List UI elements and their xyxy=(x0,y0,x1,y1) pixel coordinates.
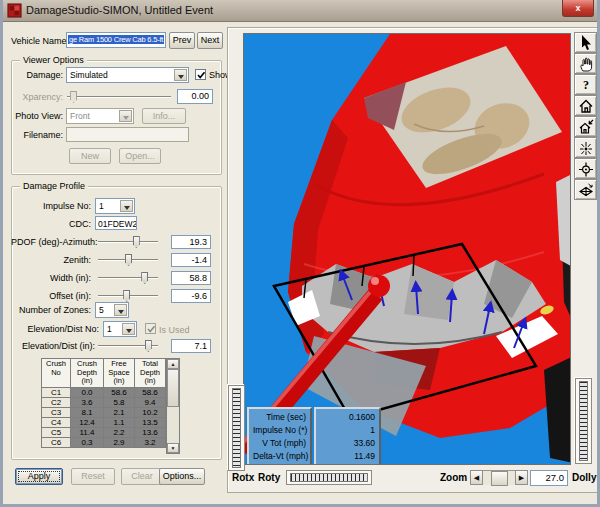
close-button[interactable]: x xyxy=(562,0,594,17)
xparency-slider xyxy=(67,91,171,103)
options-button[interactable]: Options... xyxy=(159,468,205,485)
crush-cell[interactable]: 58.6 xyxy=(104,387,135,397)
set-home-view-button[interactable] xyxy=(574,116,597,137)
dp-slider-1-track[interactable] xyxy=(98,254,158,266)
check-icon xyxy=(146,324,157,335)
dolly-label: Dolly xyxy=(572,472,596,483)
crush-row: C511.42.213.6 xyxy=(42,427,166,437)
elevation-slider-track[interactable] xyxy=(98,340,158,352)
show-checkbox[interactable] xyxy=(195,69,206,80)
sim-info-value: 11.49 xyxy=(316,450,379,463)
damage-combo-arrow-icon[interactable] xyxy=(174,69,187,81)
crush-cell[interactable]: 13.5 xyxy=(135,417,166,427)
crush-cell[interactable]: 3.2 xyxy=(135,437,166,447)
crush-header: Crush No xyxy=(42,359,71,388)
dp-slider-3-track[interactable] xyxy=(98,290,158,302)
elev-no-combo-arrow-icon[interactable] xyxy=(122,323,135,335)
crush-header: Total Depth (in) xyxy=(135,359,166,388)
impulse-no-combo-arrow-icon[interactable] xyxy=(120,200,133,212)
light-options-button[interactable] xyxy=(574,137,597,158)
view-mode-button[interactable] xyxy=(574,179,597,200)
vehicle-name-value: ge Ram 1500 Crew Cab 6.5-ft xyxy=(68,35,164,44)
sim-info-value: 0.1600 xyxy=(316,411,379,424)
elevation-slider-label: Elevation/Dist (in): xyxy=(11,341,95,351)
crush-row-header: C1 xyxy=(42,387,71,397)
titlebar: DamageStudio-SIMON, Untitled Event x xyxy=(0,0,600,22)
sim-info-label: Delta-Vt (mph) xyxy=(249,450,310,463)
dolly-slider[interactable] xyxy=(575,378,592,464)
zones-combo-arrow-icon[interactable] xyxy=(114,304,127,316)
crush-cell[interactable]: 9.4 xyxy=(135,397,166,407)
zoom-in-arrow-icon[interactable]: ▶ xyxy=(515,470,528,485)
viewer-frame: Time (sec)Impulse No (*)V Tot (mph)Delta… xyxy=(227,27,600,493)
damage-combo[interactable]: Simulated xyxy=(66,67,189,83)
damage-profile-title: Damage Profile xyxy=(20,181,88,191)
crush-table: Crush NoCrush Depth (in)Free Space (in)T… xyxy=(41,358,166,448)
crush-cell[interactable]: 1.1 xyxy=(104,417,135,427)
scroll-down-icon[interactable]: ▼ xyxy=(167,443,179,453)
impulse-no-combo[interactable]: 1 xyxy=(95,198,135,214)
roty-slider[interactable] xyxy=(286,470,372,485)
crush-table-scrollbar[interactable]: ▲ ▼ xyxy=(166,358,180,454)
crush-cell[interactable]: 13.6 xyxy=(135,427,166,437)
zoom-scrollbar[interactable] xyxy=(483,470,515,485)
crush-row-header: C4 xyxy=(42,417,71,427)
dp-slider-0-track[interactable] xyxy=(98,236,158,248)
elevation-slider: Elevation/Dist (in):7.1 xyxy=(11,340,217,354)
rotx-slider[interactable] xyxy=(228,385,245,471)
open-button: Open... xyxy=(119,148,161,164)
next-button[interactable]: Next xyxy=(197,32,223,49)
dp-slider-1-thumb[interactable] xyxy=(125,254,132,266)
photo-view-combo: Front xyxy=(66,108,134,124)
sim-info-values-panel: 0.1600133.6011.49 xyxy=(314,407,381,465)
crush-cell[interactable]: 58.6 xyxy=(135,387,166,397)
crush-cell[interactable]: 3.6 xyxy=(71,397,104,407)
crush-row: C60.32.93.2 xyxy=(42,437,166,447)
crush-cell[interactable]: 0.0 xyxy=(71,387,104,397)
dp-slider-0-value: 19.3 xyxy=(171,235,211,249)
select-tool-button[interactable] xyxy=(574,32,597,53)
crush-cell[interactable]: 8.1 xyxy=(71,407,104,417)
impact-sphere xyxy=(368,275,390,297)
dp-slider-0-thumb[interactable] xyxy=(133,236,140,248)
prev-button[interactable]: Prev xyxy=(169,32,195,49)
crush-cell[interactable]: 10.2 xyxy=(135,407,166,417)
home-view-button[interactable] xyxy=(574,95,597,116)
zones-combo[interactable]: 5 xyxy=(95,302,129,318)
scrollbar-thumb[interactable] xyxy=(167,369,179,407)
scroll-up-icon[interactable]: ▲ xyxy=(167,359,179,369)
dp-slider-2-thumb[interactable] xyxy=(141,272,148,284)
crush-cell[interactable]: 2.1 xyxy=(104,407,135,417)
photo-view-value: Front xyxy=(70,111,90,121)
crush-row-header: C6 xyxy=(42,437,71,447)
vehicle-name-input[interactable]: ge Ram 1500 Crew Cab 6.5-ft xyxy=(66,32,166,48)
dp-slider-2-track[interactable] xyxy=(98,272,158,284)
crush-cell[interactable]: 12.4 xyxy=(71,417,104,427)
dp-slider-3-thumb[interactable] xyxy=(123,290,130,302)
crush-cell[interactable]: 11.4 xyxy=(71,427,104,437)
viewer-options-title: Viewer Options xyxy=(20,55,87,65)
center-view-button[interactable] xyxy=(574,158,597,179)
crush-cell[interactable]: 2.2 xyxy=(104,427,135,437)
sim-info-label: Impulse No (*) xyxy=(249,424,310,437)
apply-button[interactable]: Apply xyxy=(15,468,63,485)
zoom-scrollbar-thumb[interactable] xyxy=(491,471,508,486)
cdc-input[interactable]: 01FDEW2 xyxy=(95,216,137,230)
viewport-3d[interactable]: Time (sec)Impulse No (*)V Tot (mph)Delta… xyxy=(243,33,571,465)
crush-cell[interactable]: 0.3 xyxy=(71,437,104,447)
new-button: New xyxy=(69,148,111,164)
svg-text:?: ? xyxy=(583,78,589,92)
dp-slider-3-label: Offset (in): xyxy=(11,291,91,301)
zoom-out-arrow-icon[interactable]: ◀ xyxy=(470,470,483,485)
pan-tool-button[interactable] xyxy=(574,53,597,74)
crush-cell[interactable]: 5.8 xyxy=(104,397,135,407)
cdc-label: CDC: xyxy=(11,219,91,229)
elevation-slider-thumb[interactable] xyxy=(145,340,152,352)
dp-slider-3-value: -9.6 xyxy=(171,289,211,303)
crush-row: C23.65.89.4 xyxy=(42,397,166,407)
help-tool-button[interactable]: ? xyxy=(574,74,597,95)
damage-value: Simulated xyxy=(70,70,108,80)
is-used-label: Is Used xyxy=(159,325,190,335)
elev-no-combo[interactable]: 1 xyxy=(103,321,137,337)
crush-cell[interactable]: 2.9 xyxy=(104,437,135,447)
